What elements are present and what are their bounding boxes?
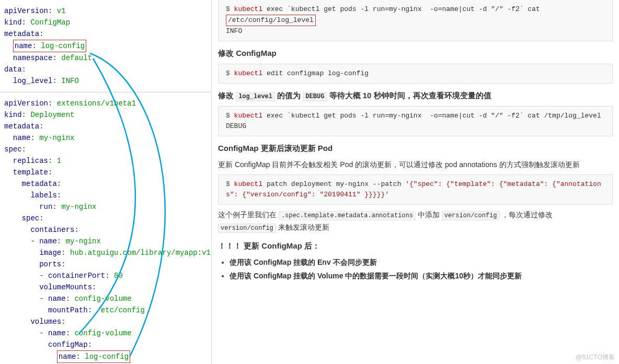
redbox-volume-configmap-name: name: log-config xyxy=(57,350,130,363)
doc-pane: $ kubectl exec `kubectl get pods -l run=… xyxy=(212,0,619,364)
heading-change-loglevel: 修改 log_level 的值为 DEBUG 等待大概 10 秒钟时间，再次查看… xyxy=(218,91,613,101)
redbox-path-loglevel: /etc/config/log_level xyxy=(226,15,316,26)
heading-after-update: ！！！ 更新 ConfigMap 后： xyxy=(218,241,613,251)
code-edit-configmap: $ kubectl edit configmap log-config xyxy=(218,64,613,84)
list-item: 使用该 ConfigMap 挂载的 Volume 中的数据需要一段时间（实测大概… xyxy=(230,270,613,281)
redbox-name-logconfig: name: log-config xyxy=(13,40,86,52)
heading-edit-configmap: 修改 ConfigMap xyxy=(218,49,613,58)
notes-list: 使用该 ConfigMap 挂载的 Env 不会同步更新 使用该 ConfigM… xyxy=(230,256,613,281)
code-exec-cat-loglevel: $ kubectl exec `kubectl get pods -l run=… xyxy=(218,0,613,41)
yaml-configmap: apiVersion: v1 kind: ConfigMap metadata:… xyxy=(0,0,211,92)
yaml-pane: apiVersion: v1 kind: ConfigMap metadata:… xyxy=(0,0,212,364)
inline-code-annotations-path: .spec.template.metadata.annotations xyxy=(279,211,416,220)
code-exec-cat-tmp-loglevel: $ kubectl exec `kubectl get pods -l run=… xyxy=(218,106,613,136)
inline-code-version-config-2: version/config xyxy=(218,224,276,233)
inline-code-log_level: log_level xyxy=(236,92,275,101)
yaml-deployment: apiVersion: extensions/v1beta1 kind: Dep… xyxy=(0,92,211,364)
para-rolling-update-note: 更新 ConfigMap 目前并不会触发相关 Pod 的滚动更新，可以通过修改 … xyxy=(218,159,613,170)
list-item: 使用该 ConfigMap 挂载的 Env 不会同步更新 xyxy=(230,256,613,268)
watermark: @51CTO博客 xyxy=(576,353,615,362)
inline-code-debug: DEBUG xyxy=(303,92,327,101)
code-patch-deployment: $ kubectl patch deployment my-nginx --pa… xyxy=(218,174,613,205)
para-annotation-example: 这个例子里我们在 .spec.template.metadata.annotat… xyxy=(218,209,613,234)
inline-code-version-config-1: version/config xyxy=(442,211,500,220)
heading-rolling-update: ConfigMap 更新后滚动更新 Pod xyxy=(218,144,613,154)
